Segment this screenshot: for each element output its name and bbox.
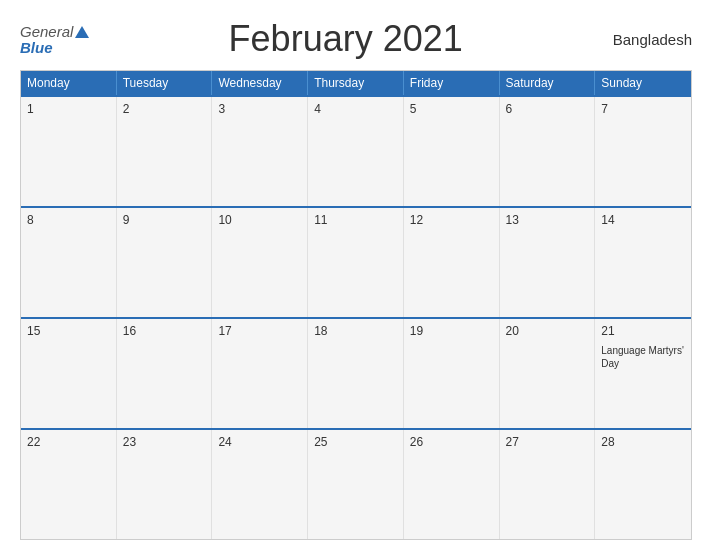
header-friday: Friday (404, 71, 500, 95)
day-24: 24 (212, 430, 308, 539)
logo-triangle-icon (75, 26, 89, 38)
day-9: 9 (117, 208, 213, 317)
day-8: 8 (21, 208, 117, 317)
logo-blue-text: Blue (20, 40, 53, 55)
day-5: 5 (404, 97, 500, 206)
day-28: 28 (595, 430, 691, 539)
header-thursday: Thursday (308, 71, 404, 95)
day-12: 12 (404, 208, 500, 317)
day-6: 6 (500, 97, 596, 206)
day-13: 13 (500, 208, 596, 317)
event-language-martyrs-day: Language Martyrs' Day (601, 344, 685, 370)
day-18: 18 (308, 319, 404, 428)
header-sunday: Sunday (595, 71, 691, 95)
day-2: 2 (117, 97, 213, 206)
calendar-title: February 2021 (89, 18, 602, 60)
calendar-page: General Blue February 2021 Bangladesh Mo… (0, 0, 712, 550)
day-4: 4 (308, 97, 404, 206)
day-3: 3 (212, 97, 308, 206)
day-25: 25 (308, 430, 404, 539)
header-wednesday: Wednesday (212, 71, 308, 95)
header: General Blue February 2021 Bangladesh (20, 18, 692, 60)
day-23: 23 (117, 430, 213, 539)
week-row-1: 1 2 3 4 5 6 7 (21, 95, 691, 206)
week-row-3: 15 16 17 18 19 20 21 Language Martyrs' D… (21, 317, 691, 428)
calendar-grid: Monday Tuesday Wednesday Thursday Friday… (20, 70, 692, 540)
header-saturday: Saturday (500, 71, 596, 95)
calendar-body: 1 2 3 4 5 6 7 8 9 10 11 12 13 14 15 (21, 95, 691, 539)
week-row-2: 8 9 10 11 12 13 14 (21, 206, 691, 317)
day-14: 14 (595, 208, 691, 317)
calendar-header-row: Monday Tuesday Wednesday Thursday Friday… (21, 71, 691, 95)
country-label: Bangladesh (602, 31, 692, 48)
header-tuesday: Tuesday (117, 71, 213, 95)
day-11: 11 (308, 208, 404, 317)
day-10: 10 (212, 208, 308, 317)
day-20: 20 (500, 319, 596, 428)
week-row-4: 22 23 24 25 26 27 28 (21, 428, 691, 539)
logo: General Blue (20, 23, 89, 55)
day-16: 16 (117, 319, 213, 428)
header-monday: Monday (21, 71, 117, 95)
day-22: 22 (21, 430, 117, 539)
day-1: 1 (21, 97, 117, 206)
day-27: 27 (500, 430, 596, 539)
day-17: 17 (212, 319, 308, 428)
day-21: 21 Language Martyrs' Day (595, 319, 691, 428)
day-26: 26 (404, 430, 500, 539)
logo-general-text: General (20, 23, 73, 40)
day-15: 15 (21, 319, 117, 428)
day-19: 19 (404, 319, 500, 428)
day-7: 7 (595, 97, 691, 206)
